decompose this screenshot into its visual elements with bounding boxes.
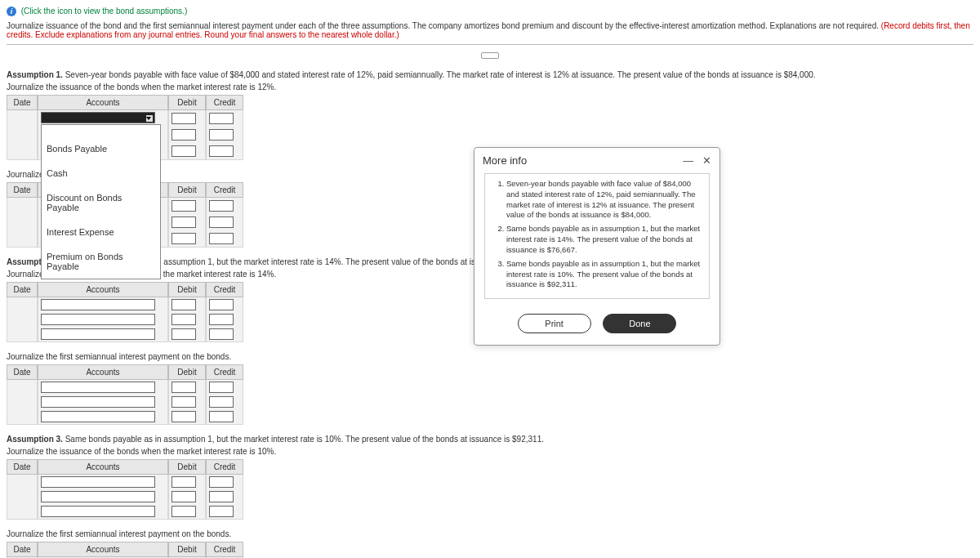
dropdown-option-interest-expense[interactable]: Interest Expense xyxy=(42,220,160,244)
assumption-3-label: Assumption 3. xyxy=(7,435,63,444)
a3-table-b: Date Accounts Debit Credit xyxy=(7,542,243,558)
debit-input[interactable] xyxy=(172,113,196,124)
more-info-modal: More info — ✕ Seven-year bonds payable w… xyxy=(474,147,720,346)
modal-item-1: Seven-year bonds payable with face value… xyxy=(506,179,702,221)
th-date: Date xyxy=(7,182,38,198)
accounts-input[interactable] xyxy=(41,491,155,502)
accounts-dropdown[interactable]: Bonds Payable Cash Discount on Bonds Pay… xyxy=(41,112,155,123)
dropdown-option-cash[interactable]: Cash xyxy=(42,161,160,185)
debit-input[interactable] xyxy=(172,411,196,422)
debit-input[interactable] xyxy=(172,129,196,141)
th-date: Date xyxy=(7,364,38,380)
assumption-3-text: Same bonds payable as in assumption 1, b… xyxy=(65,435,544,444)
close-icon[interactable]: ✕ xyxy=(702,154,711,167)
a3-sub-a: Journalize the issuance of the bonds whe… xyxy=(7,447,973,456)
credit-input[interactable] xyxy=(209,200,234,212)
th-credit: Credit xyxy=(206,459,243,475)
credit-input[interactable] xyxy=(209,506,234,517)
th-credit: Credit xyxy=(206,182,243,198)
th-debit: Debit xyxy=(168,95,206,110)
credit-input[interactable] xyxy=(209,396,234,408)
th-accounts: Accounts xyxy=(38,459,168,475)
modal-body: Seven-year bonds payable with face value… xyxy=(484,173,710,299)
th-credit: Credit xyxy=(206,282,243,297)
accounts-input[interactable] xyxy=(41,314,155,325)
debit-input[interactable] xyxy=(172,145,196,157)
debit-input[interactable] xyxy=(172,200,196,212)
done-button[interactable]: Done xyxy=(603,314,676,333)
th-accounts: Accounts xyxy=(38,364,168,380)
print-button[interactable]: Print xyxy=(518,314,591,333)
main-instruction: Journalize issuance of the bond and the … xyxy=(7,21,973,39)
assumption-1: Assumption 1. Seven-year bonds payable w… xyxy=(7,70,973,79)
accounts-dropdown-current[interactable] xyxy=(41,112,155,123)
a2-table-a: Date Accounts Debit Credit xyxy=(7,282,243,342)
th-credit: Credit xyxy=(206,364,243,380)
assumption-3: Assumption 3. Same bonds payable as in a… xyxy=(7,435,973,444)
credit-input[interactable] xyxy=(209,217,234,228)
accounts-input[interactable] xyxy=(41,299,155,310)
credit-input[interactable] xyxy=(209,314,234,325)
th-credit: Credit xyxy=(206,542,243,557)
accounts-input[interactable] xyxy=(41,411,155,422)
debit-input[interactable] xyxy=(172,396,196,408)
view-assumptions-row: i (Click the icon to view the bond assum… xyxy=(7,7,973,16)
modal-header: More info — ✕ xyxy=(474,148,719,173)
credit-input[interactable] xyxy=(209,328,234,340)
modal-item-3: Same bonds payable as in assumption 1, b… xyxy=(506,259,702,290)
th-date: Date xyxy=(7,282,38,297)
credit-input[interactable] xyxy=(209,129,234,141)
section-divider xyxy=(7,44,973,45)
a1-table-a: Date Accounts Debit Credit Bonds Payable… xyxy=(7,95,243,160)
th-accounts: Accounts xyxy=(38,542,168,557)
th-date: Date xyxy=(7,95,38,110)
info-icon[interactable]: i xyxy=(7,7,16,16)
divider-badge xyxy=(7,50,973,59)
th-date: Date xyxy=(7,542,38,557)
minimize-icon[interactable]: — xyxy=(683,154,693,167)
a3-table-a: Date Accounts Debit Credit xyxy=(7,459,243,520)
debit-input[interactable] xyxy=(172,233,196,244)
credit-input[interactable] xyxy=(209,145,234,157)
dropdown-option-premium[interactable]: Premium on Bonds Payable xyxy=(42,244,160,279)
assumption-1-label: Assumption 1. xyxy=(7,70,63,79)
view-assumptions-link[interactable]: (Click the icon to view the bond assumpt… xyxy=(21,7,187,16)
debit-input[interactable] xyxy=(172,491,196,502)
th-debit: Debit xyxy=(168,182,206,198)
th-debit: Debit xyxy=(168,542,206,557)
debit-input[interactable] xyxy=(172,299,196,310)
modal-item-2: Same bonds payable as in assumption 1, b… xyxy=(506,224,702,255)
debit-input[interactable] xyxy=(172,328,196,340)
a1-sub-a: Journalize the issuance of the bonds whe… xyxy=(7,83,973,92)
credit-input[interactable] xyxy=(209,113,234,124)
credit-input[interactable] xyxy=(209,491,234,502)
a2-table-b: Date Accounts Debit Credit xyxy=(7,364,243,425)
a3-sub-b: Journalize the first semiannual interest… xyxy=(7,529,973,538)
dropdown-option-bonds-payable[interactable]: Bonds Payable xyxy=(42,136,160,161)
accounts-input[interactable] xyxy=(41,476,155,488)
credit-input[interactable] xyxy=(209,411,234,422)
credit-input[interactable] xyxy=(209,476,234,488)
th-accounts: Accounts xyxy=(38,95,168,110)
modal-title: More info xyxy=(483,154,527,167)
accounts-input[interactable] xyxy=(41,328,155,340)
dropdown-option-blank[interactable] xyxy=(42,125,160,136)
accounts-dropdown-list: Bonds Payable Cash Discount on Bonds Pay… xyxy=(41,124,161,279)
modal-footer: Print Done xyxy=(474,309,719,345)
th-credit: Credit xyxy=(206,95,243,110)
debit-input[interactable] xyxy=(172,382,196,393)
debit-input[interactable] xyxy=(172,476,196,488)
accounts-input[interactable] xyxy=(41,396,155,408)
dropdown-option-discount[interactable]: Discount on Bonds Payable xyxy=(42,185,160,220)
th-debit: Debit xyxy=(168,282,206,297)
debit-input[interactable] xyxy=(172,506,196,517)
accounts-input[interactable] xyxy=(41,382,155,393)
credit-input[interactable] xyxy=(209,382,234,393)
credit-input[interactable] xyxy=(209,233,234,244)
debit-input[interactable] xyxy=(172,217,196,228)
th-debit: Debit xyxy=(168,364,206,380)
assumption-1-text: Seven-year bonds payable with face value… xyxy=(65,70,816,79)
credit-input[interactable] xyxy=(209,299,234,310)
accounts-input[interactable] xyxy=(41,506,155,517)
debit-input[interactable] xyxy=(172,314,196,325)
